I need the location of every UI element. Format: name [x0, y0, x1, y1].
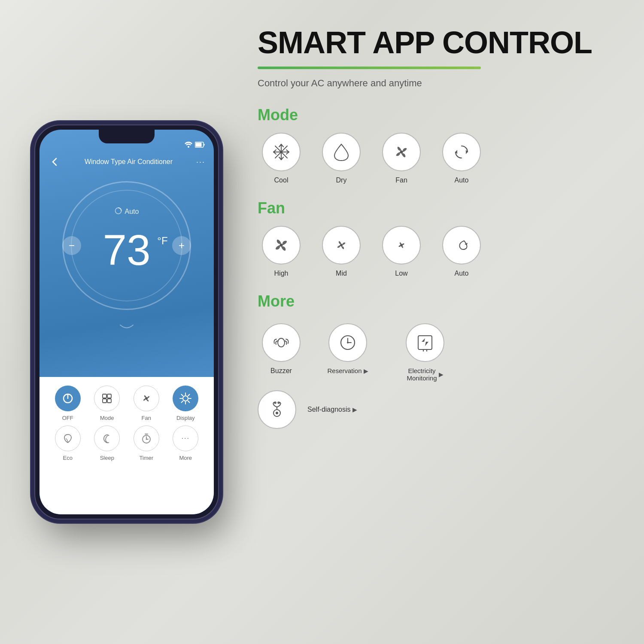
eco-icon: [62, 432, 74, 444]
svg-rect-7: [107, 394, 111, 398]
control-eco[interactable]: Eco: [51, 425, 85, 461]
buzzer-icon: [272, 333, 291, 352]
self-diagnosis-arrow: ▶: [352, 406, 357, 413]
display-icon-circle: [173, 386, 198, 411]
control-mode[interactable]: Mode: [90, 386, 124, 421]
electricity-icon: [416, 333, 434, 352]
fan-mid-label: Mid: [336, 270, 347, 277]
more-icon-circle: ···: [173, 425, 198, 451]
svg-point-50: [347, 342, 349, 343]
fan-mode-icon-circle: [382, 133, 421, 171]
fan-low-label: Low: [395, 270, 407, 277]
power-icon: [62, 392, 74, 404]
control-sleep[interactable]: Sleep: [90, 425, 124, 461]
plus-icon: +: [179, 240, 185, 252]
mode-icon-circle: [94, 386, 120, 411]
more-section: Buzzer Reservation ▶: [258, 323, 618, 429]
app-title: Window Type Air Conditioner: [61, 158, 196, 166]
svg-rect-2: [196, 143, 202, 147]
fan-high-icon: [272, 236, 291, 255]
phone-device: Window Type Air Conditioner ···: [34, 125, 219, 519]
mode-dry-item[interactable]: Dry: [318, 133, 365, 184]
timer-label: Timer: [139, 455, 153, 461]
electricity-label-row: ElectricityMonitoring ▶: [407, 367, 443, 382]
svg-point-42: [280, 244, 282, 246]
svg-point-43: [340, 244, 343, 246]
svg-line-18: [188, 395, 190, 396]
title-app: APP CONTROL: [372, 25, 592, 60]
reservation-label: Reservation: [327, 367, 361, 374]
fan-low-icon-circle: [382, 226, 421, 264]
reservation-icon-circle: [328, 323, 367, 362]
fan-mode-label: Fan: [395, 176, 407, 184]
section-more-label: More: [258, 292, 618, 310]
cool-label: Cool: [274, 176, 289, 184]
timer-icon: [140, 432, 152, 444]
fan-mid-item[interactable]: Mid: [318, 226, 365, 277]
subtitle: Control your AC anywhere and anytime: [258, 78, 618, 89]
phone-notch: [99, 130, 155, 143]
more-buzzer-item[interactable]: Buzzer: [258, 323, 305, 375]
svg-line-16: [182, 395, 183, 396]
svg-point-11: [183, 396, 188, 401]
self-diag-icon-circle: [258, 390, 296, 429]
svg-point-44: [400, 244, 403, 246]
mode-grid-icon: [101, 392, 113, 404]
back-button[interactable]: [48, 155, 61, 168]
control-display[interactable]: Display: [168, 386, 203, 421]
svg-point-55: [276, 412, 278, 414]
fan-auto-icon-circle: [442, 226, 481, 264]
fan-icon-circle: [134, 386, 159, 411]
more-electricity-item[interactable]: ElectricityMonitoring ▶: [391, 323, 459, 382]
mode-fan-item[interactable]: Fan: [378, 133, 425, 184]
controls-panel: OFF: [39, 377, 214, 514]
temp-decrease-button[interactable]: −: [62, 236, 81, 255]
drop-icon: [333, 143, 350, 161]
smile-icon: [118, 323, 135, 331]
electricity-label: ElectricityMonitoring: [407, 367, 437, 382]
reservation-arrow: ▶: [364, 368, 368, 374]
display-label-ctrl: Display: [176, 415, 195, 421]
mode-label-text: Auto: [125, 208, 139, 216]
title-smart: SMART: [258, 25, 372, 60]
svg-rect-6: [103, 394, 106, 398]
app-more-button[interactable]: ···: [196, 158, 205, 167]
svg-point-38: [400, 151, 403, 154]
fan-low-item[interactable]: Low: [378, 226, 425, 277]
fan-auto-item[interactable]: Auto: [438, 226, 485, 277]
control-off[interactable]: OFF: [51, 386, 85, 421]
fan-icons-grid: High Mid: [258, 226, 618, 277]
info-section: SMART APP CONTROL Control your AC anywhe…: [240, 0, 644, 644]
wifi-icon: [185, 142, 192, 148]
control-timer[interactable]: Timer: [129, 425, 164, 461]
fan-high-item[interactable]: High: [258, 226, 305, 277]
temp-increase-button[interactable]: +: [172, 236, 191, 255]
electricity-arrow: ▶: [439, 371, 444, 378]
svg-rect-9: [107, 399, 111, 403]
mode-indicator: Auto: [115, 207, 139, 216]
display-icon: [179, 392, 192, 405]
sleep-icon: [101, 432, 113, 444]
cool-icon-circle: [262, 133, 301, 171]
dry-label: Dry: [336, 176, 347, 184]
more-label-ctrl: More: [179, 455, 192, 461]
mode-auto-item[interactable]: Auto: [438, 133, 485, 184]
svg-point-37: [280, 151, 283, 153]
fan-auto-label: Auto: [455, 270, 469, 277]
temperature-unit: °F: [157, 235, 167, 247]
fan-high-label: High: [274, 270, 289, 277]
mode-cool-item[interactable]: Cool: [258, 133, 305, 184]
sleep-label: Sleep: [100, 455, 114, 461]
fan-mode-icon: [392, 143, 411, 161]
more-self-diagnosis-item[interactable]: Self-diagnosis ▶: [258, 390, 618, 429]
electricity-icon-circle: [406, 323, 444, 362]
svg-rect-8: [103, 399, 106, 403]
dry-icon-circle: [322, 133, 361, 171]
controls-row-1: OFF: [48, 386, 205, 421]
status-icons: [185, 142, 205, 148]
more-reservation-item[interactable]: Reservation ▶: [318, 323, 378, 374]
control-fan[interactable]: Fan: [129, 386, 164, 421]
self-diagnosis-label: Self-diagnosis: [307, 406, 351, 413]
svg-rect-51: [418, 336, 432, 349]
control-more[interactable]: ··· More: [168, 425, 203, 461]
